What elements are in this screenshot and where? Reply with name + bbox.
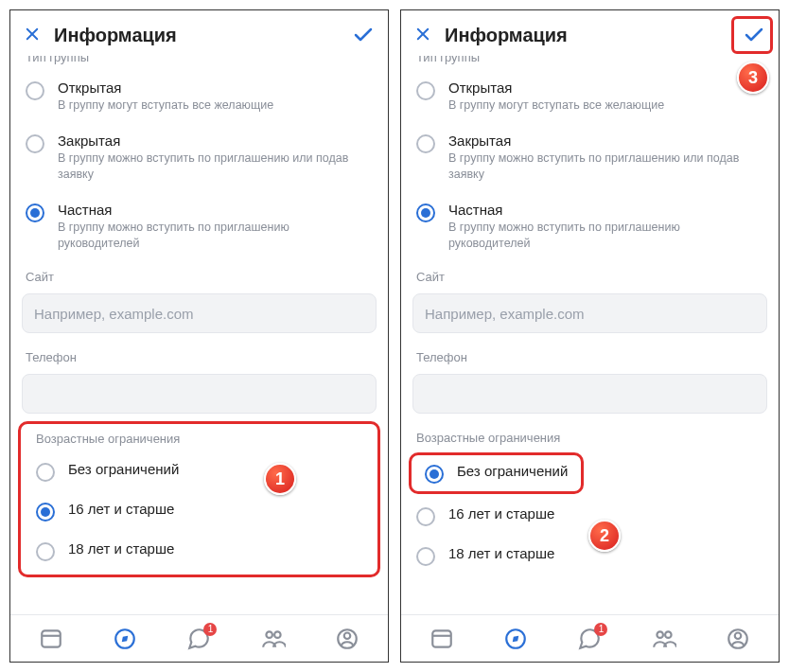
radio-label: Частная	[58, 202, 373, 218]
radio-icon	[416, 507, 435, 526]
radio-icon	[416, 203, 435, 222]
nav-discover-icon[interactable]	[503, 627, 528, 651]
radio-desc: В группу могут вступать все желающие	[58, 97, 273, 114]
radio-icon	[36, 463, 55, 482]
radio-label: Открытая	[58, 80, 273, 96]
nav-profile-icon[interactable]	[726, 627, 750, 651]
header: Информация	[10, 10, 388, 56]
nav-friends-icon[interactable]	[652, 627, 676, 651]
svg-point-19	[735, 632, 742, 639]
section-label-group-type: Тип группы	[401, 56, 779, 70]
radio-icon	[416, 547, 435, 566]
svg-point-16	[657, 631, 663, 638]
svg-rect-2	[42, 630, 61, 646]
age-block: Возрастные ограничения Без ограничений 1…	[401, 421, 779, 575]
section-label-site: Сайт	[10, 260, 388, 290]
page-title: Информация	[445, 25, 729, 46]
svg-point-7	[274, 631, 281, 638]
age-block: Возрастные ограничения Без ограничений 1…	[10, 421, 388, 577]
radio-label: Без ограничений	[457, 463, 568, 479]
section-label-phone: Телефон	[10, 341, 388, 370]
radio-desc: В группу можно вступить по приглашению и…	[58, 150, 373, 183]
radio-icon	[26, 134, 44, 153]
radio-private[interactable]: Частная В группу можно вступить по пригл…	[10, 192, 388, 261]
radio-label: Частная	[448, 202, 763, 218]
highlight-age-none: Без ограничений	[409, 452, 584, 494]
site-input[interactable]: Например, example.com	[22, 293, 377, 333]
bottom-nav: 1	[10, 614, 388, 662]
radio-private[interactable]: Частная В группу можно вступить по пригл…	[401, 192, 779, 261]
section-label-site: Сайт	[401, 260, 779, 290]
radio-icon	[36, 542, 55, 561]
radio-closed[interactable]: Закрытая В группу можно вступить по приг…	[10, 123, 388, 192]
radio-label: 16 лет и старше	[68, 501, 174, 517]
phone-input[interactable]	[412, 374, 767, 414]
radio-icon	[416, 134, 435, 153]
radio-desc: В группу можно вступить по приглашению и…	[448, 150, 763, 183]
highlight-age-section: Возрастные ограничения Без ограничений 1…	[18, 421, 380, 577]
radio-label: Закрытая	[448, 133, 763, 149]
step-badge-3: 3	[737, 62, 769, 94]
nav-news-icon[interactable]	[430, 627, 454, 651]
close-icon[interactable]	[24, 26, 41, 45]
radio-desc: В группу могут вступать все желающие	[448, 97, 664, 114]
radio-label: Без ограничений	[68, 461, 179, 477]
nav-messages-icon[interactable]: 1	[577, 627, 602, 651]
phone-left: Информация Тип группы Открытая В группу …	[9, 9, 389, 663]
content: Тип группы Открытая В группу могут вступ…	[10, 56, 388, 614]
radio-label: 18 лет и старше	[448, 545, 554, 561]
confirm-check-icon[interactable]	[743, 24, 765, 46]
nav-messages-icon[interactable]: 1	[186, 627, 211, 651]
nav-friends-icon[interactable]	[261, 627, 286, 651]
svg-marker-5	[122, 635, 129, 642]
radio-age-16[interactable]: 16 лет и старше	[21, 491, 377, 531]
nav-badge: 1	[594, 623, 607, 636]
radio-icon	[26, 81, 44, 100]
nav-profile-icon[interactable]	[335, 627, 359, 651]
svg-marker-15	[513, 635, 519, 642]
radio-age-none[interactable]: Без ограничений	[21, 451, 377, 491]
phone-input[interactable]	[22, 374, 377, 414]
input-placeholder: Например, example.com	[425, 306, 585, 322]
phone-right: Информация Тип группы Открытая В группу …	[400, 9, 780, 663]
radio-label: Открытая	[448, 80, 664, 96]
radio-open[interactable]: Открытая В группу могут вступать все жел…	[10, 70, 388, 123]
svg-point-9	[344, 632, 351, 639]
radio-icon	[36, 503, 55, 522]
radio-icon	[425, 465, 444, 484]
section-label-group-type: Тип группы	[10, 56, 388, 70]
radio-open[interactable]: Открытая В группу могут вступать все жел…	[401, 70, 779, 123]
input-placeholder: Например, example.com	[34, 306, 194, 322]
confirm-check-icon[interactable]	[352, 24, 375, 46]
radio-label: 16 лет и старше	[448, 505, 554, 522]
radio-label: 18 лет и старше	[68, 540, 174, 557]
radio-desc: В группу можно вступить по приглашению р…	[58, 220, 373, 252]
header: Информация	[401, 10, 779, 56]
radio-age-none[interactable]: Без ограничений	[412, 455, 581, 491]
nav-discover-icon[interactable]	[113, 627, 137, 651]
close-icon[interactable]	[414, 26, 431, 45]
section-label-age: Возрастные ограничения	[21, 428, 377, 451]
radio-icon	[416, 81, 435, 100]
radio-label: Закрытая	[58, 133, 373, 149]
nav-badge: 1	[203, 623, 217, 636]
radio-age-18[interactable]: 18 лет и старше	[21, 531, 377, 571]
radio-closed[interactable]: Закрытая В группу можно вступить по приг…	[401, 123, 779, 192]
bottom-nav: 1	[401, 614, 779, 662]
svg-point-17	[665, 631, 672, 638]
radio-icon	[26, 203, 44, 222]
section-label-age: Возрастные ограничения	[401, 421, 779, 451]
nav-news-icon[interactable]	[39, 627, 63, 651]
radio-desc: В группу можно вступить по приглашению р…	[448, 220, 763, 252]
step-badge-1: 1	[264, 463, 296, 495]
page-title: Информация	[54, 25, 339, 46]
svg-point-6	[266, 631, 272, 638]
svg-rect-12	[432, 630, 451, 646]
site-input[interactable]: Например, example.com	[412, 293, 767, 333]
section-label-phone: Телефон	[401, 341, 779, 370]
step-badge-2: 2	[588, 520, 621, 552]
